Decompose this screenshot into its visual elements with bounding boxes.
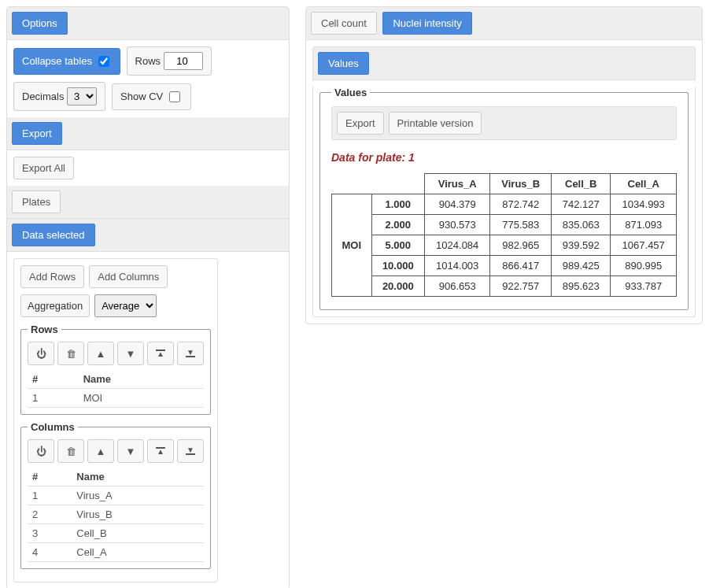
values-export-bar: Export Printable version xyxy=(331,106,677,140)
hash-header: # xyxy=(28,370,79,389)
tab-nuclei-intensity[interactable]: Nuclei intensity xyxy=(382,12,471,35)
name-header: Name xyxy=(79,370,204,389)
trash-icon[interactable]: 🗑 xyxy=(57,342,84,365)
rows-fieldset: Rows ⏻ 🗑 ▲ ▼ ▲ ▼ # Name 1 MOI xyxy=(20,324,211,415)
collapse-tables-toggle[interactable]: Collapse tables xyxy=(13,48,120,75)
rows-label: Rows xyxy=(135,55,161,67)
tabs-header: Cell count Nuclei intensity xyxy=(306,7,702,40)
collapse-rows-row: Collapse tables Rows xyxy=(7,40,289,82)
options-header: Options xyxy=(7,7,289,40)
down-icon[interactable]: ▼ xyxy=(117,439,144,463)
col-header: Cell_B xyxy=(552,174,611,194)
aggregation-group: Aggregation xyxy=(20,294,90,317)
top-icon[interactable]: ▲ xyxy=(147,342,174,365)
plates-tab[interactable]: Plates xyxy=(12,190,61,213)
decimals-label: Decimals xyxy=(22,91,64,102)
top-icon[interactable]: ▲ xyxy=(147,439,174,463)
right-body: Values Values Export Printable version D… xyxy=(306,40,702,324)
decimals-row: Decimals 3 Show CV xyxy=(7,82,289,117)
show-cv-label: Show CV xyxy=(120,91,163,102)
tab-cell-count[interactable]: Cell count xyxy=(311,12,377,35)
bottom-icon[interactable]: ▼ xyxy=(177,342,204,365)
values-legend: Values xyxy=(331,87,370,98)
export-button[interactable]: Export xyxy=(337,112,384,135)
table-row: 2.000 930.573 775.583 835.063 871.093 xyxy=(332,215,677,235)
export-all-button[interactable]: Export All xyxy=(13,157,74,179)
right-panel: Cell count Nuclei intensity Values Value… xyxy=(305,6,703,324)
add-rows-button[interactable]: Add Rows xyxy=(20,265,84,288)
row-group-label: MOI xyxy=(332,194,372,297)
data-selected-panel: Add Rows Add Columns Aggregation Average… xyxy=(13,258,218,582)
export-header: Export xyxy=(7,117,289,150)
table-row: 20.000 906.653 922.757 895.623 933.787 xyxy=(332,276,677,297)
hash-header: # xyxy=(28,468,72,486)
table-row[interactable]: 3Cell_B xyxy=(28,524,204,543)
table-row[interactable]: 1 MOI xyxy=(28,389,204,408)
aggregation-label: Aggregation xyxy=(28,300,83,312)
data-selected-tab[interactable]: Data selected xyxy=(12,224,95,246)
table-row[interactable]: 1Virus_A xyxy=(28,486,204,505)
rows-table: # Name 1 MOI xyxy=(28,370,204,408)
values-fieldset: Values Export Printable version Data for… xyxy=(319,87,689,310)
rows-input[interactable] xyxy=(164,52,203,70)
export-body: Export All xyxy=(7,150,289,186)
up-icon[interactable]: ▲ xyxy=(87,342,114,365)
columns-fieldset: Columns ⏻ 🗑 ▲ ▼ ▲ ▼ # Name 1Virus_A 2Vir… xyxy=(20,421,211,569)
show-cv-checkbox[interactable] xyxy=(169,91,180,102)
table-row[interactable]: 2Virus_B xyxy=(28,505,204,524)
table-row: 10.000 1014.003 866.417 989.425 890.995 xyxy=(332,256,677,276)
show-cv-group: Show CV xyxy=(112,83,191,110)
col-header: Virus_B xyxy=(490,174,552,194)
add-columns-button[interactable]: Add Columns xyxy=(89,265,168,288)
power-icon[interactable]: ⏻ xyxy=(28,439,54,463)
left-panel: Options Collapse tables Rows Decimals 3 … xyxy=(6,6,290,588)
col-header: Virus_A xyxy=(424,174,489,194)
table-row: MOI 1.000 904.379 872.742 742.127 1034.9… xyxy=(332,194,677,215)
values-container: Values Export Printable version Data for… xyxy=(312,87,696,317)
bottom-icon[interactable]: ▼ xyxy=(177,439,204,463)
values-tab[interactable]: Values xyxy=(318,52,369,75)
printable-button[interactable]: Printable version xyxy=(389,112,482,135)
export-tab[interactable]: Export xyxy=(12,122,62,145)
decimals-select[interactable]: 3 xyxy=(67,87,97,105)
decimals-group: Decimals 3 xyxy=(13,82,105,111)
aggregation-select[interactable]: Average xyxy=(94,294,157,317)
rows-group: Rows xyxy=(127,46,212,76)
plates-header: Plates xyxy=(7,186,289,219)
rows-legend: Rows xyxy=(28,324,61,335)
col-header: Cell_A xyxy=(611,174,677,194)
columns-legend: Columns xyxy=(28,421,78,433)
options-tab[interactable]: Options xyxy=(12,12,68,35)
collapse-tables-label: Collapse tables xyxy=(22,55,92,67)
down-icon[interactable]: ▼ xyxy=(117,342,144,365)
name-header: Name xyxy=(72,468,204,486)
columns-table: # Name 1Virus_A 2Virus_B 3Cell_B 4Cell_A xyxy=(28,468,204,562)
table-row[interactable]: 4Cell_A xyxy=(28,543,204,562)
values-header: Values xyxy=(312,46,696,80)
data-table: Virus_A Virus_B Cell_B Cell_A MOI 1.000 … xyxy=(331,173,677,297)
up-icon[interactable]: ▲ xyxy=(87,439,114,463)
power-icon[interactable]: ⏻ xyxy=(28,342,54,365)
trash-icon[interactable]: 🗑 xyxy=(57,439,84,463)
table-row: 5.000 1024.084 982.965 939.592 1067.457 xyxy=(332,235,677,256)
collapse-tables-checkbox[interactable] xyxy=(98,56,109,67)
data-selected-header: Data selected xyxy=(7,219,289,252)
plate-title: Data for plate: 1 xyxy=(331,151,677,164)
